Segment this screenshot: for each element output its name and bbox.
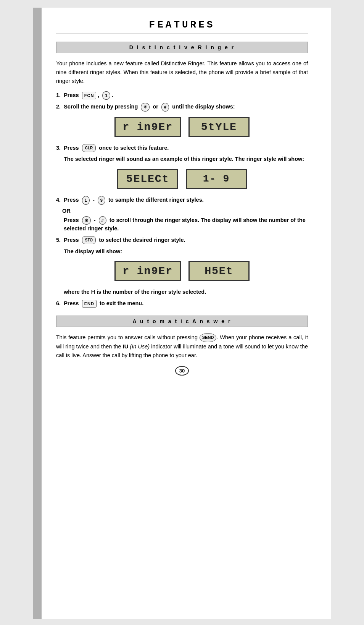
step-2: 2. Scroll the menu by pressing ✳ or # un… <box>56 103 308 112</box>
step-5: 5. Press STO to select the desired ringe… <box>56 236 308 244</box>
page: FEATURES D i s t i n c t i v e R i n g e… <box>33 8 331 619</box>
key-sto: STO <box>82 236 96 244</box>
auto-answer-intro: This feature permits you to answer calls… <box>56 333 308 360</box>
lcd-display-ringer: r in9Er <box>114 117 181 137</box>
key-fcn: FCN <box>82 92 97 100</box>
display-row-1: r in9Er 5tYLE <box>56 117 308 137</box>
page-title: FEATURES <box>56 19 308 34</box>
step-5-sub: The display will show: <box>56 248 308 256</box>
lcd-display-hset: H5Et <box>188 261 250 281</box>
or-label: OR <box>56 208 308 214</box>
section-header-distinctive-ringer: D i s t i n c t i v e R i n g e r <box>56 42 308 53</box>
lcd-display-style: 5tYLE <box>188 117 250 137</box>
step-4: 4. Press 1 - 9 to sample the different r… <box>56 196 308 205</box>
key-9-num: 9 <box>98 196 105 205</box>
key-end: END <box>82 300 97 308</box>
step-6: 6. Press END to exit the menu. <box>56 300 308 308</box>
key-hash: # <box>161 103 169 112</box>
key-hash-2: # <box>99 216 106 225</box>
step-3: 3. Press CLR once to select this feature… <box>56 144 308 152</box>
lcd-display-select: 5ELECt <box>117 169 178 189</box>
step-4-alt: Press ✳ - # to scroll through the ringer… <box>56 216 308 233</box>
key-star: ✳ <box>141 103 150 112</box>
key-clr: CLR <box>82 144 96 152</box>
display-row-2: 5ELECt 1- 9 <box>56 169 308 189</box>
step-3-sub: The selected ringer will sound as an exa… <box>56 155 308 164</box>
key-1-num: 1 <box>82 196 90 205</box>
h-note: where the H is the number of the ringer … <box>56 288 308 296</box>
section-header-auto-answer: A u t o m a t i c A n s w e r <box>56 316 308 327</box>
page-number: 30 <box>56 368 308 374</box>
key-send: SEND <box>200 333 217 342</box>
lcd-display-1-9: 1- 9 <box>186 169 247 189</box>
key-star-2: ✳ <box>82 216 91 225</box>
step-1: 1. Press FCN , 1 . <box>56 91 308 100</box>
display-row-3: r in9Er H5Et <box>56 261 308 281</box>
key-1: 1 <box>102 91 110 100</box>
intro-text: Your phone includes a new feature called… <box>56 59 308 86</box>
lcd-display-ringer-2: r in9Er <box>114 261 181 281</box>
